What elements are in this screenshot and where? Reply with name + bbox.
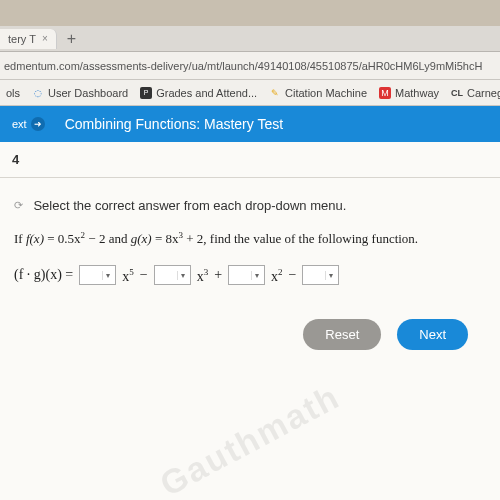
tab-title: tery T bbox=[8, 33, 36, 45]
text: = 0.5x bbox=[47, 231, 80, 246]
bookmark-item[interactable]: ols bbox=[6, 87, 20, 99]
refresh-icon[interactable]: ⟳ bbox=[14, 199, 23, 211]
reset-button[interactable]: Reset bbox=[303, 319, 381, 350]
bookmark-item[interactable]: CL Carnegie Le bbox=[451, 87, 500, 99]
text: + 2 bbox=[186, 231, 203, 246]
watermark: Gauthmath bbox=[154, 377, 347, 500]
new-tab-button[interactable]: + bbox=[57, 30, 86, 48]
lhs-label: (f · g)(x) = bbox=[14, 267, 73, 283]
bookmark-label: ols bbox=[6, 87, 20, 99]
bookmark-label: User Dashboard bbox=[48, 87, 128, 99]
ext-label: ext bbox=[12, 118, 27, 130]
bookmark-item[interactable]: ◌ User Dashboard bbox=[32, 87, 128, 99]
fx-label: f(x) bbox=[26, 231, 44, 246]
ext-button[interactable]: ext ➜ bbox=[6, 115, 51, 133]
text: = 8x bbox=[155, 231, 179, 246]
bookmark-label: Citation Machine bbox=[285, 87, 367, 99]
operator: + bbox=[214, 267, 222, 283]
chevron-down-icon: ▾ bbox=[251, 271, 262, 280]
bookmarks-bar: ols ◌ User Dashboard P Grades and Attend… bbox=[0, 80, 500, 106]
text: If bbox=[14, 231, 26, 246]
bookmark-item[interactable]: M Mathway bbox=[379, 87, 439, 99]
gx-label: g(x) bbox=[131, 231, 152, 246]
exponent: 2 bbox=[278, 267, 283, 277]
carnegie-icon: CL bbox=[451, 87, 463, 99]
browser-tab-strip: tery T × + bbox=[0, 26, 500, 52]
mathway-icon: M bbox=[379, 87, 391, 99]
answer-expression: (f · g)(x) = ▾ x5 − ▾ x3 + bbox=[14, 265, 486, 285]
content-area: 4 ⟳ Select the correct answer from each … bbox=[0, 142, 500, 500]
next-button[interactable]: Next bbox=[397, 319, 468, 350]
question-number: 4 bbox=[0, 142, 500, 178]
exponent: 3 bbox=[204, 267, 209, 277]
page-title: Combining Functions: Mastery Test bbox=[51, 116, 494, 132]
bookmark-label: Carnegie Le bbox=[467, 87, 500, 99]
citation-icon: ✎ bbox=[269, 87, 281, 99]
close-icon[interactable]: × bbox=[42, 33, 48, 44]
text: and bbox=[109, 231, 131, 246]
coeff-dropdown-2[interactable]: ▾ bbox=[154, 265, 191, 285]
var: x bbox=[271, 268, 278, 283]
question-instruction: Select the correct answer from each drop… bbox=[33, 198, 346, 213]
app-header: ext ➜ Combining Functions: Mastery Test bbox=[0, 106, 500, 142]
button-row: Reset Next bbox=[14, 319, 486, 350]
bookmark-label: Grades and Attend... bbox=[156, 87, 257, 99]
dashboard-icon: ◌ bbox=[32, 87, 44, 99]
address-bar[interactable]: edmentum.com/assessments-delivery/ua/mt/… bbox=[0, 52, 500, 80]
term-x3: x3 bbox=[197, 267, 209, 285]
term-x5: x5 bbox=[122, 267, 134, 285]
chevron-down-icon: ▾ bbox=[177, 271, 188, 280]
operator: − bbox=[289, 267, 297, 283]
question-body: ⟳ Select the correct answer from each dr… bbox=[0, 178, 500, 364]
coeff-dropdown-1[interactable]: ▾ bbox=[79, 265, 116, 285]
bookmark-item[interactable]: P Grades and Attend... bbox=[140, 87, 257, 99]
exponent: 5 bbox=[129, 267, 134, 277]
arrow-right-icon: ➜ bbox=[31, 117, 45, 131]
text: , find the value of the following functi… bbox=[203, 231, 418, 246]
device-bezel bbox=[0, 0, 500, 26]
bookmark-label: Mathway bbox=[395, 87, 439, 99]
text: − 2 bbox=[88, 231, 108, 246]
exponent: 2 bbox=[81, 230, 86, 240]
bookmark-item[interactable]: ✎ Citation Machine bbox=[269, 87, 367, 99]
browser-tab[interactable]: tery T × bbox=[0, 29, 57, 49]
coeff-dropdown-3[interactable]: ▾ bbox=[228, 265, 265, 285]
question-given: If f(x) = 0.5x2 − 2 and g(x) = 8x3 + 2, … bbox=[14, 230, 486, 247]
exponent: 3 bbox=[178, 230, 183, 240]
operator: − bbox=[140, 267, 148, 283]
chevron-down-icon: ▾ bbox=[102, 271, 113, 280]
term-x2: x2 bbox=[271, 267, 283, 285]
grades-icon: P bbox=[140, 87, 152, 99]
var: x bbox=[197, 268, 204, 283]
url-text: edmentum.com/assessments-delivery/ua/mt/… bbox=[4, 60, 482, 72]
chevron-down-icon: ▾ bbox=[325, 271, 336, 280]
coeff-dropdown-4[interactable]: ▾ bbox=[302, 265, 339, 285]
